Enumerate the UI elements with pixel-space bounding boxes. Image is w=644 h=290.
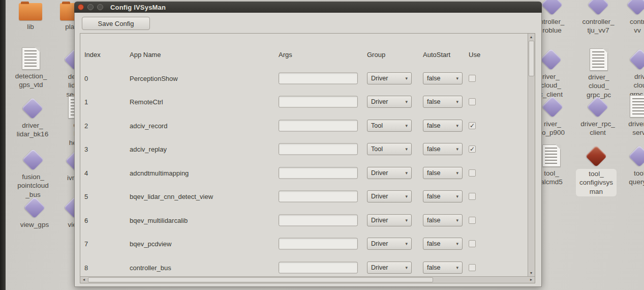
dropdown-arrow-icon: ▾ xyxy=(405,147,408,152)
group-select[interactable]: Tool▾ xyxy=(367,120,412,132)
close-button-icon[interactable] xyxy=(78,4,84,10)
autostart-select[interactable]: false▾ xyxy=(423,214,463,226)
desktop-icon-driver-cloud-grpc-pc[interactable]: driver_ cloud_ grpc_pc xyxy=(575,48,622,99)
diamond-icon xyxy=(22,98,43,119)
table-row: 4 adcndtmultimapping Driver▾ false▾ xyxy=(80,161,528,185)
row-index: 2 xyxy=(84,122,88,129)
autostart-select[interactable]: false▾ xyxy=(423,120,463,132)
dropdown-arrow-icon: ▾ xyxy=(405,241,408,246)
group-select[interactable]: Driver▾ xyxy=(367,262,412,274)
icon-label-selected: tool_ configivsys man xyxy=(576,169,617,196)
group-select[interactable]: Driver▾ xyxy=(367,238,412,250)
desktop-icon-lib[interactable]: lib xyxy=(7,2,54,31)
maximize-button-icon[interactable] xyxy=(97,4,103,10)
args-input[interactable] xyxy=(279,167,358,179)
group-select[interactable]: Driver▾ xyxy=(367,72,412,84)
window-titlebar[interactable]: Config IVSysMan xyxy=(74,2,542,13)
folder-icon xyxy=(19,3,42,20)
vertical-scrollbar[interactable]: ▲ xyxy=(528,34,535,276)
group-select[interactable]: Driver▾ xyxy=(367,214,412,226)
horizontal-scrollbar[interactable]: ◄ ► xyxy=(80,276,535,283)
table-row: 7 bqev_pcdview Driver▾ false▾ xyxy=(80,231,528,255)
autostart-select[interactable]: false▾ xyxy=(423,167,463,179)
document-icon xyxy=(590,48,608,71)
row-app-name: adcndtmultimapping xyxy=(130,169,189,177)
row-app-name: adciv_replay xyxy=(130,145,167,153)
row-app-name: bqev_multilidarcalib xyxy=(130,216,188,224)
icon-label: river_ cloud_ c_client xyxy=(539,72,563,99)
desktop-icon-driver-lidar-bk16[interactable]: driver_ lidar_bk16 xyxy=(9,98,56,139)
desktop-icon-detection-gps-vtd[interactable]: detection_ gps_vtd xyxy=(8,47,54,90)
icon-label: river_ io_p900 xyxy=(540,120,565,137)
icon-label: driver_ lidar_bk16 xyxy=(17,121,48,139)
autostart-select[interactable]: false▾ xyxy=(423,72,463,84)
use-checkbox[interactable] xyxy=(469,240,476,247)
icon-label: contr vv xyxy=(630,17,644,35)
scroll-left-icon[interactable]: ◄ xyxy=(80,276,87,283)
dropdown-arrow-icon: ▾ xyxy=(456,76,458,81)
dropdown-arrow-icon: ▾ xyxy=(456,241,458,246)
use-checkbox[interactable]: ✓ xyxy=(469,122,476,129)
dropdown-arrow-icon: ▾ xyxy=(456,170,458,176)
use-checkbox[interactable] xyxy=(469,75,476,82)
monitor-bezel xyxy=(0,0,6,290)
row-app-name: RemoteCtrl xyxy=(130,98,163,105)
args-input[interactable] xyxy=(279,238,358,249)
desktop-icon-driver-serv[interactable]: driver_ serv xyxy=(616,95,644,137)
document-icon xyxy=(22,47,40,70)
desktop-icon-driv-clou-grpc-s[interactable]: driv clou grpc_s xyxy=(617,49,644,99)
use-checkbox[interactable] xyxy=(469,98,476,105)
use-checkbox[interactable] xyxy=(469,193,476,200)
use-checkbox[interactable] xyxy=(469,264,476,271)
icon-label: driver_ cloud_ grpc_pc xyxy=(587,73,611,99)
args-input[interactable] xyxy=(279,262,358,273)
group-select[interactable]: Driver▾ xyxy=(367,167,412,179)
icon-label: lib xyxy=(27,22,34,31)
table-row: 2 adciv_record Tool▾ false▾ ✓ xyxy=(80,113,528,137)
args-input[interactable] xyxy=(279,214,358,226)
dropdown-arrow-icon: ▾ xyxy=(405,99,408,104)
row-index: 5 xyxy=(84,192,88,200)
row-index: 0 xyxy=(84,74,88,82)
use-checkbox[interactable] xyxy=(469,169,476,177)
dropdown-arrow-icon: ▾ xyxy=(456,99,458,104)
row-app-name: bqev_lidar_cnn_detect_view xyxy=(130,192,213,200)
header-index: Index xyxy=(84,51,101,59)
scroll-up-icon[interactable]: ▲ xyxy=(528,34,535,40)
group-select[interactable]: Driver▾ xyxy=(367,190,412,202)
save-config-button[interactable]: Save Config xyxy=(82,17,150,30)
args-input[interactable] xyxy=(279,143,358,155)
scroll-right-icon[interactable]: ► xyxy=(528,276,535,283)
args-input[interactable] xyxy=(279,96,358,107)
autostart-select[interactable]: false▾ xyxy=(423,238,463,250)
autostart-select[interactable]: false▾ xyxy=(423,96,463,108)
minimize-button-icon[interactable] xyxy=(87,4,94,10)
desktop-icon-tool-queryn[interactable]: tool queryn xyxy=(616,146,644,187)
args-input[interactable] xyxy=(279,120,358,131)
desktop-icon-contr-vv[interactable]: contr vv xyxy=(614,0,644,35)
autostart-select[interactable]: false▾ xyxy=(423,262,463,274)
group-select[interactable]: Driver▾ xyxy=(367,96,412,108)
icon-label: tool queryn xyxy=(629,169,644,187)
autostart-select[interactable]: false▾ xyxy=(423,190,463,202)
header-args: Args xyxy=(279,51,292,59)
scroll-down-icon[interactable]: ▼ xyxy=(528,270,535,276)
desktop-icon-fusion-pointcloud-bus[interactable]: fusion_ pointcloud _bus xyxy=(10,149,56,199)
config-ivsysman-window: Config IVSysMan Save Config Index App Na… xyxy=(74,2,542,287)
vertical-scroll-thumb[interactable] xyxy=(529,41,534,76)
desktop-icon-tool-configivsysman[interactable]: tool_ configivsys man xyxy=(573,146,620,196)
args-input[interactable] xyxy=(279,72,358,84)
args-input[interactable] xyxy=(279,190,358,202)
icon-label: driver_ serv xyxy=(628,120,644,137)
use-checkbox[interactable] xyxy=(469,217,476,224)
use-checkbox[interactable]: ✓ xyxy=(469,146,476,153)
row-index: 6 xyxy=(84,216,88,224)
table-row: 3 adciv_replay Tool▾ false▾ ✓ xyxy=(80,137,528,161)
horizontal-scroll-thumb[interactable] xyxy=(88,277,433,282)
desktop-icon-driver-rpc-client[interactable]: driver_rpc_ client xyxy=(574,96,621,137)
autostart-select[interactable]: false▾ xyxy=(423,143,463,155)
header-group: Group xyxy=(367,51,385,59)
group-select[interactable]: Tool▾ xyxy=(367,143,412,155)
document-icon xyxy=(542,144,561,167)
icon-label: tool_ alcmd5 xyxy=(540,169,563,187)
